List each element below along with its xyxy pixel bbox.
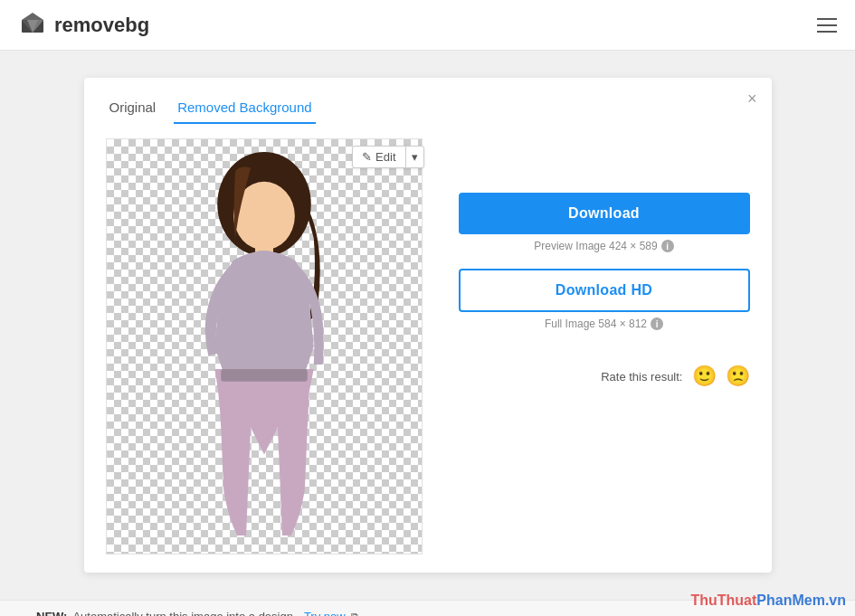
watermark-part1: Thu <box>690 592 717 608</box>
bottom-bar-message: Automatically turn this image into a des… <box>72 610 299 616</box>
hamburger-menu[interactable] <box>817 18 837 33</box>
watermark-part2: Thuat <box>717 592 757 608</box>
rating-section: Rate this result: 🙂 🙁 <box>459 366 750 395</box>
edit-btn-dropdown[interactable]: ▾ <box>406 147 423 167</box>
external-link-icon: ⧉ <box>351 611 358 616</box>
full-info-icon[interactable]: i <box>651 317 663 330</box>
watermark-part3: Phan <box>756 592 792 608</box>
new-badge: NEW: <box>36 610 67 616</box>
edit-label: Edit <box>375 150 395 164</box>
thumbs-up-button[interactable]: 🙂 <box>692 366 717 386</box>
close-button[interactable]: × <box>747 90 757 107</box>
svg-rect-8 <box>221 369 308 382</box>
result-card: × Original Removed Background ✎ Edit ▾ <box>84 78 772 573</box>
preview-info: Preview Image 424 × 589 i <box>459 240 750 252</box>
watermark-part5: .vn <box>825 592 846 608</box>
logo-icon <box>18 11 47 40</box>
try-now-link[interactable]: Try now <box>304 610 346 616</box>
right-panel: Download Preview Image 424 × 589 i Downl… <box>459 138 750 395</box>
figure-svg <box>107 139 422 554</box>
card-body: ✎ Edit ▾ <box>106 138 750 573</box>
thumbs-down-button[interactable]: 🙁 <box>726 366 750 386</box>
preview-info-icon[interactable]: i <box>661 240 674 252</box>
preview-image <box>106 138 423 554</box>
download-hd-button[interactable]: Download HD <box>459 269 750 312</box>
logo-text: removebg <box>54 14 149 37</box>
watermark-part4: Mem <box>792 592 824 608</box>
app-header: removebg <box>0 0 855 51</box>
image-area: ✎ Edit ▾ <box>106 138 432 554</box>
tab-original[interactable]: Original <box>106 96 160 124</box>
tab-bar: Original Removed Background <box>106 96 750 124</box>
tab-removed-background[interactable]: Removed Background <box>174 96 315 124</box>
edit-button[interactable]: ✎ Edit ▾ <box>352 146 423 168</box>
main-content: × Original Removed Background ✎ Edit ▾ <box>0 51 855 600</box>
pencil-icon: ✎ <box>362 150 372 164</box>
rating-label: Rate this result: <box>601 370 682 384</box>
download-button[interactable]: Download <box>459 193 750 234</box>
logo: removebg <box>18 11 149 40</box>
svg-marker-1 <box>22 13 43 20</box>
watermark: ThuThuatPhanMem.vn <box>690 592 846 609</box>
full-image-info: Full Image 584 × 812 i <box>459 317 750 330</box>
edit-btn-main[interactable]: ✎ Edit <box>353 147 405 167</box>
